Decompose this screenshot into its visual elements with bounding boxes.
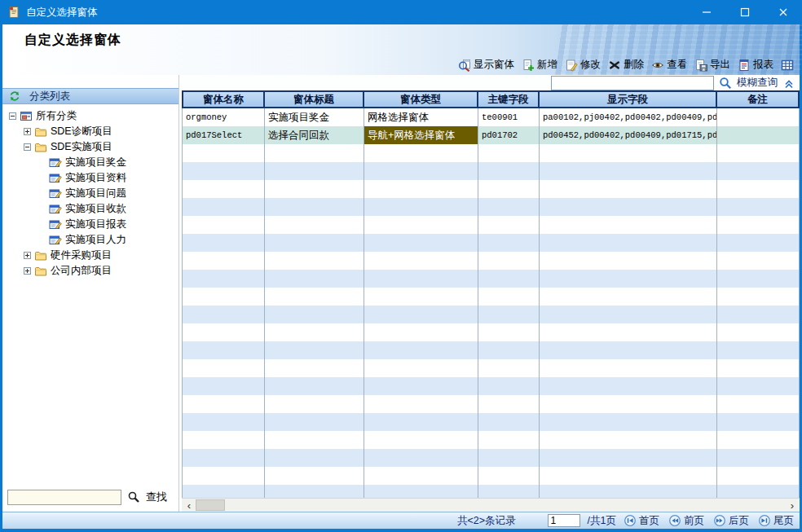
close-button[interactable] bbox=[764, 0, 802, 24]
expander-minus-icon[interactable] bbox=[9, 112, 16, 120]
tree-item-实施项目奖金[interactable]: 实施项目奖金 bbox=[2, 155, 178, 170]
minimize-button[interactable] bbox=[687, 0, 725, 24]
grid-header-cell[interactable]: 显示字段 bbox=[540, 90, 717, 108]
scrollbar-thumb[interactable] bbox=[196, 499, 225, 511]
grid-cell bbox=[717, 485, 800, 498]
tree-header-label: 分类列表 bbox=[29, 90, 70, 103]
grid-cell[interactable]: pd017Select bbox=[182, 126, 265, 144]
tree-item-SDE诊断项目[interactable]: SDE诊断项目 bbox=[2, 124, 178, 139]
grid-empty-row bbox=[182, 306, 800, 323]
tree-item-公司内部项目[interactable]: 公司内部项目 bbox=[2, 263, 178, 279]
grid-cell bbox=[265, 288, 364, 306]
find-input[interactable] bbox=[7, 490, 121, 505]
grid-cell[interactable]: 实施项目奖金 bbox=[265, 108, 364, 126]
find-bar: 查找 bbox=[2, 489, 178, 512]
toolbar-button-report[interactable]: 报表 bbox=[736, 57, 775, 73]
tree-item-root[interactable]: 所有分类 bbox=[2, 108, 178, 124]
grid-cell bbox=[265, 162, 364, 180]
page-number-input[interactable] bbox=[548, 514, 580, 527]
grid-cell bbox=[364, 341, 478, 359]
grid-header-cell[interactable]: 窗体名称 bbox=[182, 90, 265, 108]
grid-row[interactable]: orgmoney实施项目奖金网格选择窗体te00901pa00102,pj004… bbox=[182, 108, 800, 126]
grid-header-cell[interactable]: 备注 bbox=[717, 90, 800, 108]
grid-cell bbox=[265, 180, 364, 198]
collapse-up-icon[interactable] bbox=[782, 77, 795, 90]
grid-cell[interactable]: 网格选择窗体 bbox=[364, 108, 478, 126]
find-label[interactable]: 查找 bbox=[146, 490, 167, 504]
grid-cell bbox=[478, 359, 540, 377]
toolbar-button-delete[interactable]: 删除 bbox=[606, 57, 646, 73]
expander-plus-icon[interactable] bbox=[24, 252, 31, 259]
grid-cell bbox=[540, 216, 717, 234]
grid-cell[interactable]: 导航+网格选择窗体 bbox=[364, 126, 478, 144]
toolbar-button-show-form[interactable]: 显示窗体 bbox=[456, 57, 516, 73]
expander-plus-icon[interactable] bbox=[24, 267, 31, 275]
tree-item-实施项目问题[interactable]: 实施项目问题 bbox=[2, 186, 178, 201]
grid-cell[interactable] bbox=[717, 108, 800, 126]
tree-item-实施项目报表[interactable]: 实施项目报表 bbox=[2, 217, 178, 232]
scroll-right-arrow[interactable]: › bbox=[785, 499, 800, 512]
tree-item-label: SDE实施项目 bbox=[51, 140, 112, 154]
grid-header-cell[interactable]: 窗体类型 bbox=[364, 90, 478, 108]
grid-cell bbox=[717, 288, 800, 306]
search-icon[interactable] bbox=[719, 77, 732, 90]
grid-cell bbox=[717, 359, 800, 377]
grid-cell bbox=[265, 431, 364, 449]
page-last-button[interactable]: 尾页 bbox=[758, 514, 794, 528]
grid-empty-row bbox=[182, 180, 800, 198]
toolbar-button-view[interactable]: 查看 bbox=[650, 57, 689, 73]
grid-cell bbox=[540, 413, 717, 431]
grid-cell bbox=[364, 288, 478, 306]
horizontal-scrollbar[interactable]: ‹ › bbox=[182, 498, 800, 512]
grid-cell bbox=[182, 377, 265, 395]
data-grid: 窗体名称窗体标题窗体类型主键字段显示字段备注orgmoney实施项目奖金网格选择… bbox=[182, 90, 800, 498]
grid-cell bbox=[540, 485, 717, 498]
grid-cell[interactable] bbox=[717, 126, 800, 144]
page-prev-button[interactable]: 前页 bbox=[668, 514, 704, 528]
grid-header-cell[interactable]: 窗体标题 bbox=[265, 90, 364, 108]
grid-cell[interactable]: pd01702 bbox=[478, 126, 540, 144]
grid-cell[interactable]: pd00452,pd00402,pd00409,pd01715,pd01 bbox=[540, 126, 717, 144]
grid-cell bbox=[364, 467, 478, 485]
scroll-left-arrow[interactable]: ‹ bbox=[182, 499, 196, 512]
grid-cell bbox=[182, 449, 265, 467]
tree-item-硬件采购项目[interactable]: 硬件采购项目 bbox=[2, 248, 178, 263]
grid-cell[interactable]: te00901 bbox=[478, 108, 540, 126]
tree-item-实施项目资料[interactable]: 实施项目资料 bbox=[2, 170, 178, 186]
query-input[interactable] bbox=[551, 76, 714, 90]
grid-cell bbox=[478, 323, 540, 341]
toolbar-button-grid-view[interactable] bbox=[779, 58, 795, 73]
grid-row[interactable]: pd017Select选择合同回款导航+网格选择窗体pd01702pd00452… bbox=[182, 126, 800, 144]
toolbar-button-export[interactable]: 导出 bbox=[693, 57, 732, 73]
toolbar-button-edit[interactable]: 修改 bbox=[563, 57, 602, 73]
grid-cell[interactable]: 选择合同回款 bbox=[265, 126, 364, 144]
tree-item-实施项目人力[interactable]: 实施项目人力 bbox=[2, 232, 178, 248]
page-next-button[interactable]: 后页 bbox=[713, 514, 749, 528]
grid-cell bbox=[182, 485, 265, 498]
query-label[interactable]: 模糊查询 bbox=[737, 76, 778, 90]
grid-cell bbox=[364, 216, 478, 234]
grid-cell bbox=[478, 377, 540, 395]
category-tree: 所有分类SDE诊断项目SDE实施项目实施项目奖金实施项目资料实施项目问题实施项目… bbox=[2, 104, 178, 489]
grid-cell bbox=[540, 341, 717, 359]
grid-cell[interactable]: pa00102,pj00402,pd00402,pd00409,pd01 bbox=[540, 108, 717, 126]
grid-empty-row bbox=[182, 431, 800, 449]
delete-icon bbox=[608, 59, 621, 72]
page-first-button[interactable]: 首页 bbox=[624, 514, 659, 528]
grid-empty-row bbox=[182, 252, 800, 270]
find-icon[interactable] bbox=[127, 490, 140, 503]
grid-cell bbox=[540, 162, 717, 180]
tree-item-label: 实施项目收款 bbox=[65, 202, 126, 216]
tree-item-实施项目收款[interactable]: 实施项目收款 bbox=[2, 201, 178, 217]
grid-cell bbox=[364, 270, 478, 288]
grid-cell bbox=[182, 288, 265, 306]
toolbar-button-add[interactable]: 新增 bbox=[520, 57, 559, 73]
tree-item-SDE实施项目[interactable]: SDE实施项目 bbox=[2, 139, 178, 155]
expander-minus-icon[interactable] bbox=[24, 143, 31, 151]
next-icon bbox=[713, 514, 726, 527]
maximize-button[interactable] bbox=[725, 0, 764, 24]
grid-header-cell[interactable]: 主键字段 bbox=[478, 90, 540, 108]
grid-cell[interactable]: orgmoney bbox=[182, 108, 265, 126]
expander-plus-icon[interactable] bbox=[24, 128, 31, 135]
refresh-icon[interactable] bbox=[8, 90, 21, 103]
